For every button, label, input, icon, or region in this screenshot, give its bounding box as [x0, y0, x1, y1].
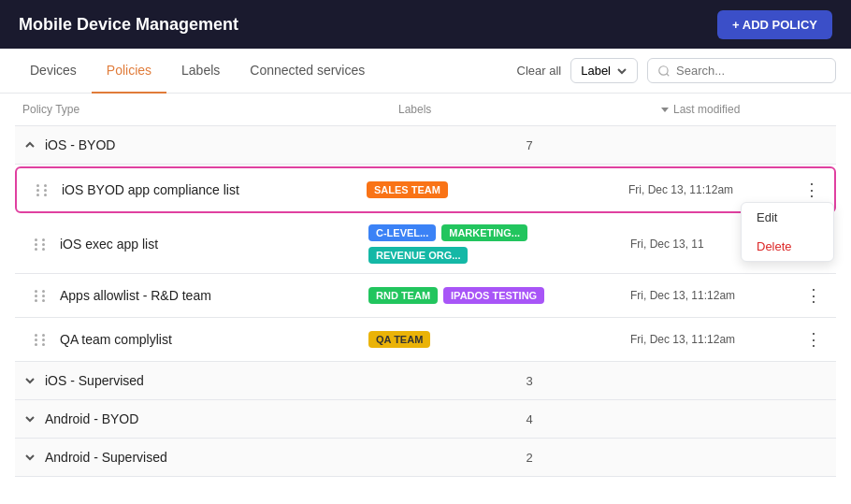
- search-input[interactable]: [676, 64, 826, 78]
- group-count-ios-supervised: 3: [398, 374, 660, 388]
- labels-cell-1: SALES TEAM: [367, 181, 628, 198]
- more-menu-button-1[interactable]: ⋮: [797, 178, 827, 202]
- drag-handle-4[interactable]: [22, 334, 60, 346]
- table-header: Policy Type Labels Last modified: [15, 94, 836, 126]
- group-name-android-byod: Android - BYOD: [45, 411, 138, 426]
- tab-connected-services[interactable]: Connected services: [235, 50, 380, 94]
- policy-row-1: iOS BYOD app compliance list SALES TEAM …: [15, 166, 836, 213]
- modified-1: Fri, Dec 13, 11:12am: [628, 183, 797, 196]
- context-menu: Edit Delete: [741, 202, 834, 262]
- col-last-modified[interactable]: Last modified: [660, 103, 829, 116]
- app-title: Mobile Device Management: [19, 15, 238, 35]
- tab-list: Devices Policies Labels Connected servic…: [15, 49, 380, 93]
- modified-4: Fri, Dec 13, 11:12am: [630, 333, 799, 346]
- sort-down-icon: [660, 105, 670, 114]
- label-tag-revenue: REVENUE ORG...: [368, 247, 468, 264]
- drag-handle-1[interactable]: [24, 184, 62, 196]
- policy-row-3: Apps allowlist - R&D team RND TEAM IPADO…: [15, 274, 836, 318]
- svg-marker-2: [661, 108, 669, 112]
- policy-name-1: iOS BYOD app compliance list: [62, 182, 367, 197]
- label-tag-ipados: IPADOS TESTING: [443, 287, 544, 304]
- label-tag-rnd: RND TEAM: [368, 287, 438, 304]
- label-tag-sales-team: SALES TEAM: [367, 181, 448, 198]
- group-row-ios-byod: iOS - BYOD 7: [15, 126, 836, 165]
- group-name-ios-supervised: iOS - Supervised: [45, 373, 144, 388]
- chevron-down-icon-android-supervised[interactable]: [22, 450, 37, 465]
- group-name-ios-byod: iOS - BYOD: [45, 137, 115, 152]
- tab-labels[interactable]: Labels: [166, 50, 235, 94]
- drag-handle-3[interactable]: [22, 290, 60, 302]
- nav-tabs: Devices Policies Labels Connected servic…: [0, 49, 851, 94]
- tab-devices[interactable]: Devices: [15, 50, 92, 94]
- filter-area: Clear all Label: [517, 58, 837, 83]
- policy-name-4: QA team complylist: [60, 332, 368, 347]
- app-container: Mobile Device Management + ADD POLICY De…: [0, 0, 851, 504]
- labels-cell-3: RND TEAM IPADOS TESTING: [368, 287, 630, 304]
- svg-line-1: [667, 73, 670, 76]
- group-count-android-byod: 4: [398, 412, 660, 426]
- policy-row-4: QA team complylist QA TEAM Fri, Dec 13, …: [15, 318, 836, 362]
- group-count-android-supervised: 2: [398, 451, 660, 465]
- policy-row-2: iOS exec app list C-LEVEL... MARKETING..…: [15, 215, 836, 274]
- svg-point-0: [659, 65, 668, 74]
- chevron-up-icon[interactable]: [22, 137, 37, 152]
- tab-policies[interactable]: Policies: [92, 50, 166, 94]
- group-row-android-byod: Android - BYOD 4: [15, 400, 836, 439]
- col-policy-type: Policy Type: [22, 103, 398, 116]
- col-labels: Labels: [398, 103, 660, 116]
- policy-name-3: Apps allowlist - R&D team: [60, 288, 368, 303]
- group-count-ios-byod: 7: [398, 138, 660, 152]
- chevron-down-icon-supervised[interactable]: [22, 373, 37, 388]
- labels-cell-2: C-LEVEL... MARKETING... REVENUE ORG...: [368, 224, 630, 264]
- group-row-ios-supervised: iOS - Supervised 3: [15, 362, 836, 400]
- search-icon: [657, 65, 671, 78]
- group-name-android-supervised: Android - Supervised: [45, 450, 167, 465]
- more-menu-button-3[interactable]: ⋮: [799, 283, 829, 308]
- label-tag-marketing: MARKETING...: [441, 224, 527, 241]
- header: Mobile Device Management + ADD POLICY: [0, 0, 851, 49]
- context-menu-edit[interactable]: Edit: [742, 203, 833, 232]
- label-dropdown[interactable]: Label: [570, 58, 638, 83]
- more-menu-button-4[interactable]: ⋮: [799, 327, 829, 352]
- search-container: [647, 58, 836, 83]
- context-menu-delete[interactable]: Delete: [742, 232, 833, 261]
- clear-all-button[interactable]: Clear all: [517, 64, 562, 78]
- labels-cell-4: QA TEAM: [368, 331, 630, 348]
- modified-3: Fri, Dec 13, 11:12am: [630, 289, 799, 302]
- policy-name-2: iOS exec app list: [60, 237, 368, 252]
- drag-handle-2[interactable]: [22, 238, 60, 251]
- chevron-down-icon-android-byod[interactable]: [22, 411, 37, 426]
- group-row-android-supervised: Android - Supervised 2: [15, 439, 836, 477]
- table-container: Policy Type Labels Last modified iOS - B…: [0, 94, 851, 504]
- label-tag-c-level: C-LEVEL...: [368, 224, 436, 241]
- label-tag-qa: QA TEAM: [368, 331, 430, 348]
- chevron-down-icon: [616, 65, 627, 77]
- add-policy-button[interactable]: + ADD POLICY: [717, 10, 832, 39]
